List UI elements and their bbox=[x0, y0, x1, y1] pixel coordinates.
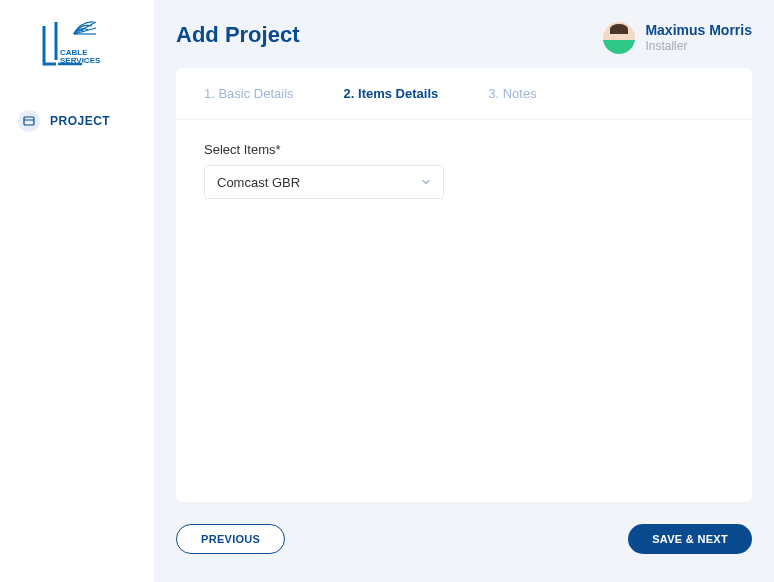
user-name: Maximus Morris bbox=[645, 22, 752, 39]
select-items-value: Comcast GBR bbox=[217, 175, 300, 190]
user-info[interactable]: Maximus Morris Installer bbox=[603, 22, 752, 54]
select-items-label: Select Items* bbox=[204, 142, 724, 157]
svg-rect-5 bbox=[24, 117, 34, 125]
sidebar-item-label: PROJECT bbox=[50, 114, 110, 128]
header: Add Project Maximus Morris Installer bbox=[176, 22, 752, 54]
stepper: 1. Basic Details 2. Items Details 3. Not… bbox=[176, 68, 752, 120]
previous-button[interactable]: PREVIOUS bbox=[176, 524, 285, 554]
select-items-input[interactable]: Comcast GBR bbox=[204, 165, 444, 199]
user-role: Installer bbox=[645, 39, 752, 53]
avatar bbox=[603, 22, 635, 54]
page-title: Add Project bbox=[176, 22, 299, 48]
project-icon bbox=[18, 110, 40, 132]
logo-icon: CABLE SERVICES bbox=[38, 18, 116, 74]
tab-notes[interactable]: 3. Notes bbox=[488, 86, 536, 101]
tab-items-details[interactable]: 2. Items Details bbox=[344, 86, 439, 101]
main: Add Project Maximus Morris Installer 1. … bbox=[154, 0, 774, 582]
form-card: 1. Basic Details 2. Items Details 3. Not… bbox=[176, 68, 752, 502]
sidebar-item-project[interactable]: PROJECT bbox=[0, 102, 154, 140]
footer: PREVIOUS SAVE & NEXT bbox=[176, 524, 752, 554]
card-body: Select Items* Comcast GBR bbox=[176, 120, 752, 502]
sidebar: CABLE SERVICES PROJECT bbox=[0, 0, 154, 582]
tab-basic-details[interactable]: 1. Basic Details bbox=[204, 86, 294, 101]
chevron-down-icon bbox=[421, 177, 431, 187]
svg-text:SERVICES: SERVICES bbox=[60, 56, 101, 65]
save-next-button[interactable]: SAVE & NEXT bbox=[628, 524, 752, 554]
logo: CABLE SERVICES bbox=[0, 18, 154, 74]
